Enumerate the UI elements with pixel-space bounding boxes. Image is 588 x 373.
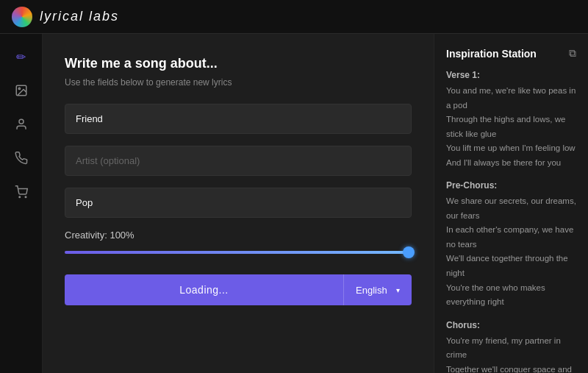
prechorus-section: Pre-Chorus: We share our secrets, our dr… (446, 180, 576, 309)
content-area: Write me a song about... Use the fields … (43, 34, 588, 373)
verse1-label: Verse 1: (446, 70, 576, 80)
prechorus-line2: In each other's company, we have no tear… (446, 223, 576, 252)
logo-text: lyrical labs (40, 9, 119, 24)
svg-point-2 (19, 119, 24, 124)
prechorus-label: Pre-Chorus: (446, 180, 576, 191)
right-panel: Inspiration Station ⧉ Verse 1: You and m… (434, 34, 588, 373)
slider-fill (65, 251, 412, 254)
chorus-line2: Together we'll conquer space and time (446, 363, 576, 373)
phone-icon[interactable] (13, 150, 29, 166)
slider-track (65, 251, 412, 254)
app-header: lyrical labs (0, 0, 588, 34)
image-icon[interactable] (13, 82, 29, 99)
svg-point-1 (18, 88, 20, 89)
pencil-icon[interactable]: ✏ (13, 49, 29, 65)
verse1-line3: You lift me up when I'm feeling low (446, 141, 576, 156)
generate-button[interactable]: Loading... (65, 274, 343, 305)
slider-thumb[interactable] (403, 246, 415, 258)
inspiration-header: Inspiration Station ⧉ (446, 47, 576, 60)
logo-icon (12, 7, 32, 27)
page-heading: Write me a song about... (65, 56, 412, 71)
prechorus-line3: We'll dance together through the night (446, 252, 576, 280)
sidebar: ✏ (0, 34, 43, 373)
svg-point-3 (19, 196, 21, 198)
genre-input[interactable] (65, 188, 412, 218)
chorus-line1: You're my friend, my partner in crime (446, 334, 576, 363)
bottom-bar: Loading... English Spanish French German… (65, 274, 412, 305)
chorus-section: Chorus: You're my friend, my partner in … (446, 320, 576, 373)
creativity-slider-container (65, 251, 412, 254)
verse1-line2: Through the highs and lows, we stick lik… (446, 113, 576, 141)
language-dropdown[interactable]: English Spanish French German Italian (356, 285, 390, 296)
copy-icon[interactable]: ⧉ (569, 47, 576, 60)
left-panel: Write me a song about... Use the fields … (43, 34, 434, 373)
verse1-line4: And I'll always be there for you (446, 156, 576, 171)
page-subtitle: Use the fields below to generate new lyr… (65, 77, 412, 88)
prechorus-line1: We share our secrets, our dreams, our fe… (446, 194, 576, 223)
verse1-line1: You and me, we're like two peas in a pod (446, 84, 576, 113)
artist-input[interactable] (65, 146, 412, 176)
main-layout: ✏ Write me a song about... Use the (0, 34, 588, 373)
topic-input[interactable] (65, 104, 412, 134)
creativity-label: Creativity: 100% (65, 230, 412, 241)
svg-point-4 (25, 196, 26, 198)
user-icon[interactable] (13, 116, 29, 132)
prechorus-line4: You're the one who makes everything righ… (446, 281, 576, 310)
language-selector[interactable]: English Spanish French German Italian ▾ (343, 274, 412, 305)
chorus-label: Chorus: (446, 320, 576, 330)
chevron-down-icon: ▾ (396, 286, 400, 294)
verse1-section: Verse 1: You and me, we're like two peas… (446, 70, 576, 170)
inspiration-title: Inspiration Station (446, 48, 537, 60)
cart-icon[interactable] (13, 184, 29, 200)
